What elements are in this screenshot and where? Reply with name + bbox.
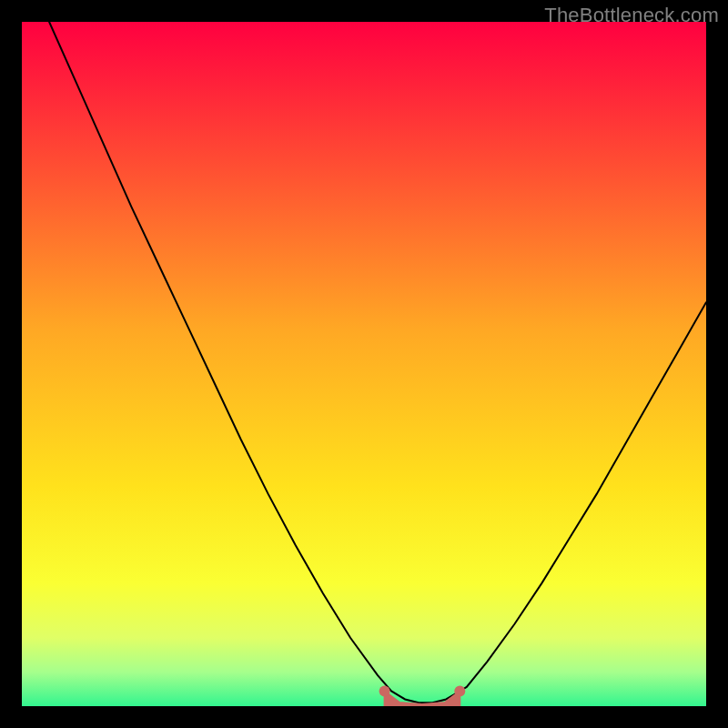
chart-frame: TheBottleneck.com (0, 0, 728, 728)
chart-svg (22, 22, 706, 706)
optimum-left-cap (379, 686, 390, 697)
watermark-text: TheBottleneck.com (544, 4, 719, 27)
plot-area (22, 22, 706, 706)
gradient-background (22, 22, 706, 706)
optimum-right-cap (454, 686, 465, 697)
